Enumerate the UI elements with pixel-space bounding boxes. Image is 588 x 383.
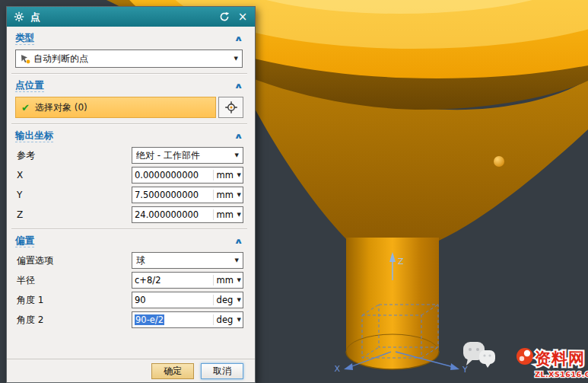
radius-value-field[interactable]: c+8/2 — [132, 275, 213, 286]
y-label: Y — [15, 190, 132, 200]
z-input-group: 24.000000000 mm ▼ — [132, 206, 243, 223]
x-value-field[interactable]: 0.0000000000 — [132, 170, 213, 180]
close-icon[interactable]: × — [236, 10, 250, 24]
radius-unit[interactable]: mm — [213, 275, 236, 286]
chevron-down-icon[interactable]: ▼ — [236, 212, 243, 218]
reset-icon[interactable] — [218, 10, 231, 24]
z-value-field[interactable]: 24.000000000 — [132, 209, 213, 220]
dialog-footer: 确定 取消 — [7, 359, 255, 382]
chevron-up-icon[interactable]: ∧ — [234, 34, 245, 43]
point-type-value: 自动判断的点 — [33, 53, 230, 65]
x-input-group: 0.0000000000 mm ▼ — [132, 167, 243, 184]
section-label-offset: 偏置 — [15, 235, 34, 247]
section-label-point-location: 点位置 — [15, 79, 44, 92]
reference-label: 参考 — [15, 149, 132, 162]
section-label-type: 类型 — [15, 32, 34, 45]
section-label-output-coords: 输出坐标 — [15, 129, 53, 142]
chevron-up-icon[interactable]: ∧ — [234, 132, 245, 140]
angle2-value-field[interactable]: 90-e/2 — [132, 314, 213, 325]
offset-option-value: 球 — [136, 254, 230, 267]
chevron-down-icon[interactable]: ▼ — [234, 152, 240, 158]
section-header-output-coords[interactable]: 输出坐标 ∧ — [15, 128, 243, 144]
angle1-label: 角度 1 — [15, 294, 132, 307]
angle1-unit[interactable]: deg — [213, 295, 236, 305]
separator — [11, 73, 247, 75]
point-dialog: 点 × 类型 ∧ 自 — [6, 6, 256, 383]
select-object-field[interactable]: ✔ 选择对象 (0) — [15, 97, 216, 118]
z-axis-label: Z — [398, 257, 404, 267]
inferred-point-icon — [20, 53, 30, 64]
x-label: X — [15, 170, 132, 180]
watermark-url: ZL.XS1616.COM — [535, 370, 588, 378]
dialog-title: 点 — [30, 12, 213, 22]
dialog-titlebar[interactable]: 点 × — [7, 7, 255, 27]
x-unit[interactable]: mm — [213, 170, 236, 180]
chevron-down-icon[interactable]: ▼ — [236, 192, 243, 198]
angle2-input-group: 90-e/2 deg ▼ — [132, 311, 243, 328]
offset-option-label: 偏置选项 — [15, 254, 132, 267]
angle2-row: 角度 2 90-e/2 deg ▼ — [15, 311, 243, 328]
chevron-down-icon[interactable]: ▼ — [234, 257, 240, 263]
y-axis-label: Y — [462, 365, 468, 375]
radius-label: 半径 — [15, 274, 132, 287]
chevron-down-icon[interactable]: ▼ — [236, 297, 243, 303]
chevron-down-icon[interactable]: ▼ — [236, 317, 243, 323]
angle1-input-group: 90 deg ▼ — [132, 292, 243, 308]
select-object-row: ✔ 选择对象 (0) — [15, 97, 243, 118]
y-unit[interactable]: mm — [213, 190, 236, 200]
y-input-group: 7.5000000000 mm ▼ — [132, 187, 243, 203]
offset-option-row: 偏置选项 球 ▼ — [15, 252, 243, 269]
angle2-selected-text[interactable]: 90-e/2 — [135, 314, 164, 325]
chevron-down-icon[interactable]: ▼ — [236, 172, 243, 178]
select-object-label: 选择对象 (0) — [35, 101, 87, 114]
reference-value: 绝对 - 工作部件 — [136, 149, 230, 162]
point-dialog-button[interactable] — [218, 97, 243, 118]
chevron-down-icon[interactable]: ▼ — [233, 56, 240, 62]
section-header-offset[interactable]: 偏置 ∧ — [15, 233, 243, 249]
offset-option-combo[interactable]: 球 ▼ — [132, 252, 243, 269]
chevron-down-icon[interactable]: ▼ — [236, 277, 243, 283]
angle1-row: 角度 1 90 deg ▼ — [15, 292, 243, 308]
section-header-type[interactable]: 类型 ∧ — [15, 30, 243, 46]
separator — [11, 123, 247, 125]
model-point-sphere — [494, 156, 504, 167]
radius-input-group: c+8/2 mm ▼ — [132, 272, 243, 289]
section-header-point-location[interactable]: 点位置 ∧ — [15, 78, 243, 94]
radius-row: 半径 c+8/2 mm ▼ — [15, 272, 243, 289]
y-value-field[interactable]: 7.5000000000 — [132, 190, 213, 200]
reference-combo[interactable]: 绝对 - 工作部件 ▼ — [132, 147, 243, 164]
angle2-label: 角度 2 — [15, 314, 132, 327]
reference-row: 参考 绝对 - 工作部件 ▼ — [15, 147, 243, 164]
z-coordinate-row: Z 24.000000000 mm ▼ — [15, 206, 243, 223]
ok-button[interactable]: 确定 — [151, 363, 194, 379]
point-type-combo[interactable]: 自动判断的点 ▼ — [15, 49, 243, 68]
watermark-logo-icon — [516, 348, 533, 365]
x-coordinate-row: X 0.0000000000 mm ▼ — [15, 167, 243, 184]
y-coordinate-row: Y 7.5000000000 mm ▼ — [15, 187, 243, 203]
z-label: Z — [15, 209, 132, 220]
x-axis-label: X — [334, 364, 340, 374]
angle2-unit[interactable]: deg — [213, 314, 236, 325]
cancel-button[interactable]: 取消 — [201, 363, 243, 379]
separator — [11, 228, 247, 230]
gear-icon[interactable] — [12, 10, 26, 24]
watermark-site-name: 资料网 — [535, 349, 585, 368]
chevron-up-icon[interactable]: ∧ — [234, 81, 245, 90]
chevron-up-icon[interactable]: ∧ — [234, 237, 245, 245]
check-icon: ✔ — [21, 102, 30, 113]
z-unit[interactable]: mm — [213, 209, 236, 220]
angle1-value-field[interactable]: 90 — [132, 295, 213, 305]
dialog-body: 类型 ∧ 自动判断的点 ▼ 点位置 ∧ — [7, 27, 255, 359]
crosshair-icon — [224, 101, 238, 114]
